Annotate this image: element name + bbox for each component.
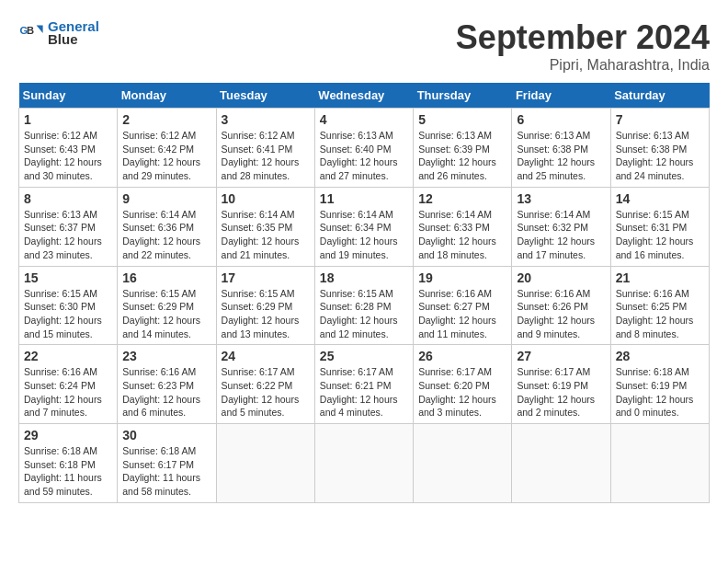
- day-info: Sunrise: 6:18 AMSunset: 6:18 PMDaylight:…: [24, 444, 112, 499]
- table-row: 13 Sunrise: 6:14 AMSunset: 6:32 PMDaylig…: [512, 187, 610, 266]
- day-number: 22: [24, 349, 112, 363]
- calendar-week-row: 15 Sunrise: 6:15 AMSunset: 6:30 PMDaylig…: [19, 266, 710, 345]
- day-number: 3: [222, 112, 310, 127]
- table-row: [414, 424, 512, 503]
- day-number: 15: [24, 270, 112, 285]
- header-saturday: Saturday: [610, 83, 709, 109]
- day-number: 19: [418, 270, 506, 285]
- day-info: Sunrise: 6:17 AMSunset: 6:19 PMDaylight:…: [517, 365, 605, 419]
- day-number: 7: [616, 112, 704, 127]
- day-info: Sunrise: 6:14 AMSunset: 6:36 PMDaylight:…: [122, 208, 210, 262]
- day-number: 28: [616, 349, 704, 363]
- day-info: Sunrise: 6:16 AMSunset: 6:23 PMDaylight:…: [122, 365, 210, 419]
- table-row: 30 Sunrise: 6:18 AMSunset: 6:17 PMDaylig…: [118, 424, 216, 503]
- table-row: 23 Sunrise: 6:16 AMSunset: 6:23 PMDaylig…: [118, 345, 216, 424]
- day-info: Sunrise: 6:15 AMSunset: 6:29 PMDaylight:…: [122, 287, 210, 341]
- day-number: 20: [517, 270, 605, 285]
- logo: G B General Blue: [18, 18, 99, 47]
- day-number: 25: [320, 349, 408, 363]
- table-row: [314, 424, 413, 503]
- day-number: 6: [517, 112, 605, 127]
- table-row: 26 Sunrise: 6:17 AMSunset: 6:20 PMDaylig…: [414, 345, 512, 424]
- day-info: Sunrise: 6:16 AMSunset: 6:27 PMDaylight:…: [418, 287, 506, 341]
- day-info: Sunrise: 6:15 AMSunset: 6:31 PMDaylight:…: [616, 208, 704, 262]
- day-number: 18: [320, 270, 408, 285]
- table-row: 1 Sunrise: 6:12 AMSunset: 6:43 PMDayligh…: [19, 109, 118, 188]
- day-number: 10: [222, 191, 310, 206]
- table-row: 14 Sunrise: 6:15 AMSunset: 6:31 PMDaylig…: [610, 187, 709, 266]
- header-friday: Friday: [512, 83, 610, 109]
- day-number: 8: [24, 191, 112, 206]
- day-number: 29: [24, 428, 112, 442]
- table-row: 15 Sunrise: 6:15 AMSunset: 6:30 PMDaylig…: [19, 266, 118, 345]
- day-info: Sunrise: 6:12 AMSunset: 6:42 PMDaylight:…: [122, 129, 210, 183]
- table-row: [610, 424, 709, 503]
- table-row: 24 Sunrise: 6:17 AMSunset: 6:22 PMDaylig…: [216, 345, 314, 424]
- day-info: Sunrise: 6:13 AMSunset: 6:37 PMDaylight:…: [24, 208, 112, 262]
- table-row: [512, 424, 610, 503]
- table-row: 10 Sunrise: 6:14 AMSunset: 6:35 PMDaylig…: [216, 187, 314, 266]
- calendar-week-row: 29 Sunrise: 6:18 AMSunset: 6:18 PMDaylig…: [19, 424, 710, 503]
- logo-text: General Blue: [48, 18, 99, 47]
- day-info: Sunrise: 6:16 AMSunset: 6:26 PMDaylight:…: [517, 287, 605, 341]
- table-row: 21 Sunrise: 6:16 AMSunset: 6:25 PMDaylig…: [610, 266, 709, 345]
- day-number: 12: [418, 191, 506, 206]
- table-row: 7 Sunrise: 6:13 AMSunset: 6:38 PMDayligh…: [610, 109, 709, 188]
- logo-icon: G B: [18, 20, 44, 46]
- day-number: 4: [320, 112, 408, 127]
- day-number: 30: [122, 428, 210, 442]
- day-info: Sunrise: 6:13 AMSunset: 6:39 PMDaylight:…: [418, 129, 506, 183]
- header-tuesday: Tuesday: [216, 83, 314, 109]
- calendar-week-row: 22 Sunrise: 6:16 AMSunset: 6:24 PMDaylig…: [19, 345, 710, 424]
- day-info: Sunrise: 6:16 AMSunset: 6:25 PMDaylight:…: [616, 287, 704, 341]
- page-header: G B General Blue September 2024 Pipri, M…: [18, 18, 710, 74]
- day-info: Sunrise: 6:18 AMSunset: 6:17 PMDaylight:…: [122, 444, 210, 499]
- table-row: 19 Sunrise: 6:16 AMSunset: 6:27 PMDaylig…: [414, 266, 512, 345]
- calendar-week-row: 8 Sunrise: 6:13 AMSunset: 6:37 PMDayligh…: [19, 187, 710, 266]
- location: Pipri, Maharashtra, India: [456, 57, 710, 74]
- table-row: 25 Sunrise: 6:17 AMSunset: 6:21 PMDaylig…: [314, 345, 413, 424]
- day-info: Sunrise: 6:16 AMSunset: 6:24 PMDaylight:…: [24, 365, 112, 419]
- day-number: 16: [122, 270, 210, 285]
- svg-text:B: B: [27, 25, 34, 36]
- day-info: Sunrise: 6:15 AMSunset: 6:29 PMDaylight:…: [222, 287, 310, 341]
- day-number: 9: [122, 191, 210, 206]
- day-info: Sunrise: 6:14 AMSunset: 6:35 PMDaylight:…: [222, 208, 310, 262]
- day-number: 13: [517, 191, 605, 206]
- table-row: [216, 424, 314, 503]
- day-info: Sunrise: 6:14 AMSunset: 6:32 PMDaylight:…: [517, 208, 605, 262]
- table-row: 9 Sunrise: 6:14 AMSunset: 6:36 PMDayligh…: [118, 187, 216, 266]
- day-number: 14: [616, 191, 704, 206]
- day-info: Sunrise: 6:15 AMSunset: 6:28 PMDaylight:…: [320, 287, 408, 341]
- weekday-header-row: Sunday Monday Tuesday Wednesday Thursday…: [19, 83, 710, 109]
- day-info: Sunrise: 6:14 AMSunset: 6:34 PMDaylight:…: [320, 208, 408, 262]
- header-monday: Monday: [118, 83, 216, 109]
- day-number: 17: [222, 270, 310, 285]
- day-number: 11: [320, 191, 408, 206]
- day-info: Sunrise: 6:14 AMSunset: 6:33 PMDaylight:…: [418, 208, 506, 262]
- day-info: Sunrise: 6:15 AMSunset: 6:30 PMDaylight:…: [24, 287, 112, 341]
- day-info: Sunrise: 6:13 AMSunset: 6:38 PMDaylight:…: [616, 129, 704, 183]
- day-number: 2: [122, 112, 210, 127]
- table-row: 6 Sunrise: 6:13 AMSunset: 6:38 PMDayligh…: [512, 109, 610, 188]
- day-info: Sunrise: 6:13 AMSunset: 6:40 PMDaylight:…: [320, 129, 408, 183]
- table-row: 28 Sunrise: 6:18 AMSunset: 6:19 PMDaylig…: [610, 345, 709, 424]
- day-number: 23: [122, 349, 210, 363]
- table-row: 3 Sunrise: 6:12 AMSunset: 6:41 PMDayligh…: [216, 109, 314, 188]
- table-row: 5 Sunrise: 6:13 AMSunset: 6:39 PMDayligh…: [414, 109, 512, 188]
- svg-marker-2: [37, 25, 43, 32]
- table-row: 11 Sunrise: 6:14 AMSunset: 6:34 PMDaylig…: [314, 187, 413, 266]
- header-sunday: Sunday: [19, 83, 118, 109]
- day-info: Sunrise: 6:17 AMSunset: 6:22 PMDaylight:…: [222, 365, 310, 419]
- table-row: 16 Sunrise: 6:15 AMSunset: 6:29 PMDaylig…: [118, 266, 216, 345]
- header-thursday: Thursday: [414, 83, 512, 109]
- month-title: September 2024: [456, 18, 710, 57]
- day-number: 24: [222, 349, 310, 363]
- day-info: Sunrise: 6:17 AMSunset: 6:21 PMDaylight:…: [320, 365, 408, 419]
- calendar-table: Sunday Monday Tuesday Wednesday Thursday…: [18, 83, 710, 503]
- day-info: Sunrise: 6:12 AMSunset: 6:43 PMDaylight:…: [24, 129, 112, 183]
- header-wednesday: Wednesday: [314, 83, 413, 109]
- table-row: 29 Sunrise: 6:18 AMSunset: 6:18 PMDaylig…: [19, 424, 118, 503]
- day-number: 5: [418, 112, 506, 127]
- title-block: September 2024 Pipri, Maharashtra, India: [456, 18, 710, 74]
